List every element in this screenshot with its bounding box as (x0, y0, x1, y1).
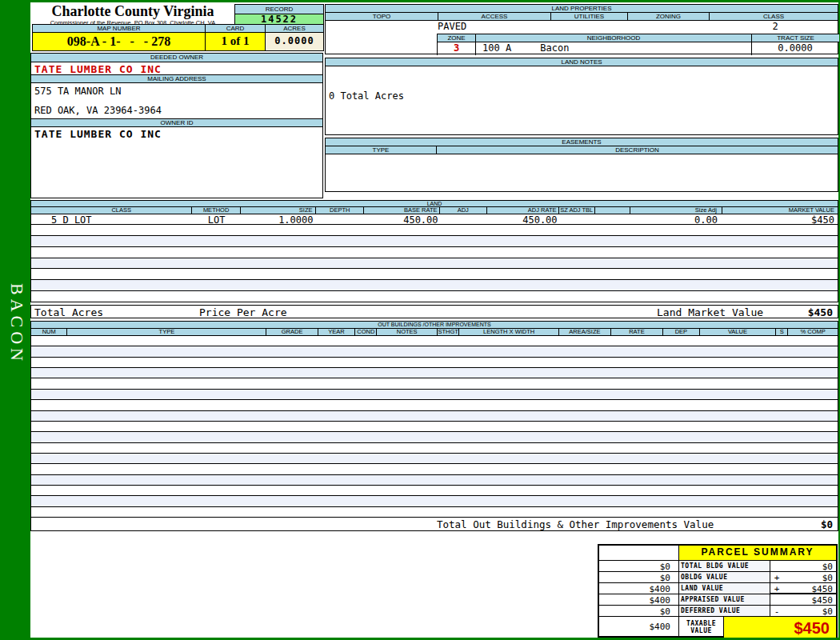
land-row-size: 1.0000 (241, 214, 317, 224)
out-buildings-table: OUT BUILDINGS /OTHER IMPROVEMENTS NUM TY… (30, 321, 838, 531)
tract-size-label: TRACT SIZE (752, 34, 839, 42)
map-number-value: 098-A - 1- - - 278 (32, 33, 206, 51)
empty-row (31, 390, 838, 400)
ob-col-cond: COND (355, 329, 377, 336)
land-col-class: CLASS (31, 207, 192, 214)
ob-col-num: NUM (31, 329, 67, 336)
land-row-adj (440, 214, 487, 224)
empty-row (31, 247, 838, 258)
empty-row (31, 454, 838, 464)
land-col-base-rate: BASE RATE (364, 207, 440, 214)
empty-row (31, 464, 838, 474)
summary-row-taxable: $400 TAXABLE VALUE $450 (599, 617, 836, 638)
zone-table: ZONE NEIGHBORHOOD TRACT SIZE 3 100 A Bac… (437, 34, 839, 55)
prior-total-bldg-value: $0 (599, 561, 679, 571)
deeded-owner-label: DEEDED OWNER (31, 54, 322, 62)
topo-column-label: TOPO (326, 13, 438, 21)
obldg-op: + (770, 572, 783, 582)
mailing-address-block: 575 TA MANOR LN RED OAK, VA 23964-3964 (31, 83, 322, 118)
land-table-row: 5 D LOT LOT 1.0000 450.00 450.00 0.00 $4… (31, 214, 838, 225)
land-row-class: 5 D LOT (31, 214, 192, 224)
ob-col-sthgt: STHGT (438, 329, 459, 336)
land-properties-title: LAND PROPERTIES (326, 5, 838, 13)
card-content: Charlotte County Virginia Commissioner o… (30, 2, 838, 638)
neighborhood-value: 100 A Bacon (476, 42, 752, 55)
land-notes-title: LAND NOTES (326, 58, 838, 66)
ob-col-value: VALUE (700, 329, 777, 336)
out-buildings-total-row: Total Out Buildings & Other Improvements… (31, 517, 838, 530)
empty-row (31, 443, 838, 454)
zone-label: ZONE (438, 34, 476, 42)
ob-col-grade: GRADE (266, 329, 318, 336)
appraised-value-label: APPRAISED VALUE (679, 594, 770, 605)
summary-row-obldg: $0 OBLDG VALUE + $0 (599, 572, 836, 583)
zone-value: 3 (438, 42, 476, 55)
empty-row (31, 411, 838, 422)
ob-col-area-size: AREA/SIZE (559, 329, 611, 336)
deferred-op: - (770, 606, 783, 616)
easements-title: EASEMENTS (326, 138, 838, 146)
land-row-depth (316, 214, 363, 224)
owner-panel: DEEDED OWNER TATE LUMBER CO INC MAILING … (30, 53, 323, 198)
obldg-value-label: OBLDG VALUE (679, 572, 770, 582)
empty-row (31, 432, 838, 442)
taxable-value-label: TAXABLE VALUE (679, 617, 724, 638)
ob-col-type: TYPE (67, 329, 266, 336)
appraised-op (770, 593, 783, 606)
empty-row (31, 400, 838, 410)
price-per-acre-label: Price Per Acre (199, 306, 287, 318)
total-bldg-value: $0 (783, 561, 836, 571)
empty-row (31, 291, 838, 302)
empty-row (31, 280, 838, 291)
mailing-address-line2: RED OAK, VA 23964-3964 (34, 105, 162, 116)
land-value-label: LAND VALUE (679, 583, 770, 594)
land-totals-row: Total Acres Price Per Acre Land Market V… (30, 305, 838, 318)
access-column-label: ACCESS (438, 13, 551, 21)
map-number-label: MAP NUMBER (32, 24, 206, 33)
land-col-market-value: MARKET VALUE (722, 207, 838, 214)
class-value: 2 (711, 21, 839, 32)
land-row-adj-rate: 450.00 (487, 214, 559, 224)
out-buildings-total-value: $0 (821, 518, 833, 530)
ob-col-length-width: LENGTH X WIDTH (459, 329, 559, 336)
land-row-sz-adj-tbl (559, 214, 595, 224)
utilities-column-label: UTILITIES (551, 13, 628, 21)
prior-taxable-value: $400 (599, 617, 679, 638)
ob-col-notes: NOTES (377, 329, 438, 336)
land-table: LAND CLASS METHOD SIZE DEPTH BASE RATE A… (30, 200, 838, 302)
out-buildings-total-label: Total Out Buildings & Other Improvements… (437, 518, 714, 530)
empty-row (31, 496, 838, 506)
card-label: CARD (206, 24, 266, 33)
empty-row (31, 486, 838, 496)
land-empty-rows (31, 225, 838, 302)
land-row-spacer (595, 214, 630, 224)
total-bldg-value-label: TOTAL BLDG VALUE (679, 561, 770, 571)
tract-size-value: 0.0000 (752, 42, 838, 55)
map-number-grid: MAP NUMBER CARD ACRES 098-A - 1- - - 278… (32, 24, 324, 51)
mailing-address-line1: 575 TA MANOR LN (34, 86, 121, 97)
owner-id-label: OWNER ID (31, 118, 322, 127)
summary-corner-cell (599, 546, 679, 560)
ob-col-s: S (776, 329, 788, 336)
easement-type-column-label: TYPE (326, 146, 437, 154)
easement-description-column-label: DESCRIPTION (437, 146, 838, 154)
prior-appraised-value: $400 (599, 594, 679, 605)
deferred-value: $0 (783, 606, 836, 616)
prior-land-value: $400 (599, 583, 679, 594)
ob-col-year: YEAR (318, 329, 355, 336)
neighborhood-label: NEIGHBORHOOD (476, 34, 752, 42)
card-value: 1 of 1 (206, 33, 266, 51)
acres-value: 0.0000 (266, 33, 324, 51)
owner-id-value: TATE LUMBER CO INC (31, 127, 322, 139)
total-acres-label: Total Acres (34, 306, 103, 318)
land-col-adj-rate: ADJ RATE (487, 207, 559, 214)
parcel-summary: PARCEL SUMMARY $0 TOTAL BLDG VALUE $0 $0… (598, 544, 838, 638)
class-column-label: CLASS (710, 13, 838, 21)
total-bldg-op (770, 561, 783, 571)
land-col-depth: DEPTH (316, 207, 363, 214)
sidebar-neighborhood-label: BACON (3, 264, 27, 384)
ob-col-rate: RATE (611, 329, 664, 336)
acres-label: ACRES (266, 24, 324, 33)
access-value: PAVED (438, 21, 466, 32)
empty-row (31, 422, 838, 432)
